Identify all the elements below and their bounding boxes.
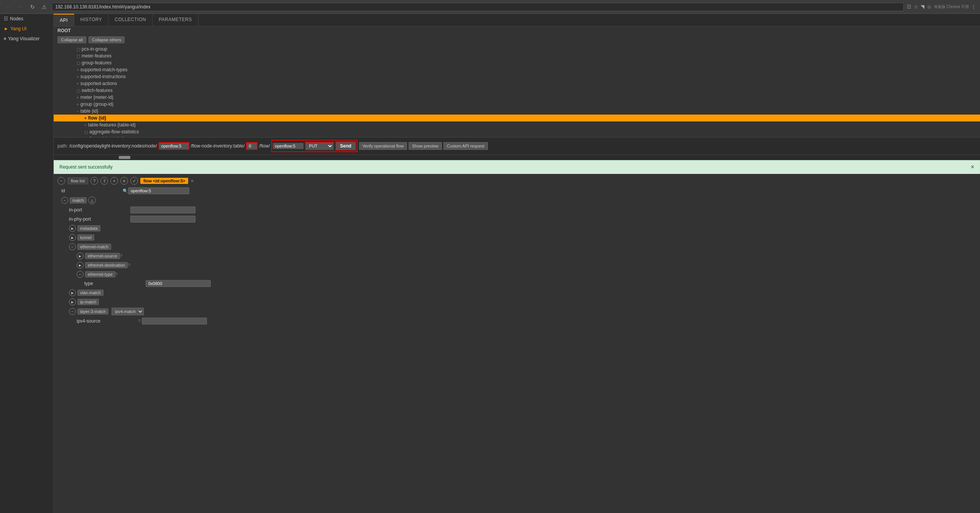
ip-match-row: ► ip-match bbox=[54, 297, 980, 306]
success-banner: Request sent successfully × bbox=[54, 160, 980, 174]
root-label: ROOT bbox=[54, 26, 980, 35]
file-icon: ▢ bbox=[77, 61, 80, 65]
ethernet-type-toggle[interactable]: − bbox=[77, 271, 84, 278]
metadata-toggle[interactable]: ► bbox=[69, 225, 76, 232]
tree-item[interactable]: + supported-match-types bbox=[54, 66, 980, 73]
collapse-flow-button[interactable]: − bbox=[57, 177, 65, 185]
vlan-match-tag[interactable]: vlan-match bbox=[77, 290, 103, 296]
add-button-flow[interactable]: + bbox=[110, 177, 118, 185]
close-flow-button[interactable]: × bbox=[190, 178, 194, 184]
tree-item[interactable]: ▢ aggregate-flow-statistics bbox=[54, 128, 980, 135]
collapse-all-button[interactable]: Collapse all bbox=[57, 36, 86, 43]
metadata-tag[interactable]: metadata bbox=[77, 225, 100, 231]
id-label: id bbox=[61, 188, 123, 193]
url-bar[interactable] bbox=[52, 3, 904, 11]
arrow-icon: ► bbox=[4, 26, 8, 31]
ethernet-source-row: ► ethernet-source ? bbox=[54, 251, 980, 261]
forward-button[interactable]: → bbox=[16, 3, 25, 11]
send-button[interactable]: Send bbox=[335, 141, 356, 151]
sidebar-item-yangui[interactable]: ► Yang UI bbox=[0, 24, 53, 34]
tree-item[interactable]: + table-features {table-id} bbox=[54, 121, 980, 128]
ethernet-source-tag[interactable]: ethernet-source bbox=[85, 253, 120, 259]
ethernet-type-tag[interactable]: ethernet-type bbox=[85, 271, 115, 277]
up-button-flow[interactable]: ⇧ bbox=[100, 177, 108, 185]
ethernet-match-tag[interactable]: ethernet-match bbox=[77, 244, 111, 250]
flow-input[interactable] bbox=[273, 143, 304, 149]
match-toggle[interactable]: − bbox=[61, 197, 68, 204]
metadata-row: ► metadata bbox=[54, 224, 980, 233]
sidebar: ☷ Nodes ► Yang UI Yang Visualizer bbox=[0, 14, 54, 513]
in-phy-port-input[interactable] bbox=[130, 216, 195, 223]
in-port-input[interactable] bbox=[130, 207, 195, 213]
search-icon[interactable]: 🔍 bbox=[123, 188, 128, 193]
layer-3-match-select[interactable]: ipv4-match ipv6-match arp-match bbox=[112, 308, 144, 315]
tree-item[interactable]: + meter {meter-id} bbox=[54, 94, 980, 101]
id-input[interactable] bbox=[128, 187, 189, 194]
ethernet-destination-help[interactable]: ? bbox=[128, 263, 130, 267]
table-input[interactable] bbox=[246, 142, 258, 150]
path-group: PUT GET POST DELETE Send bbox=[271, 140, 357, 152]
tab-collection[interactable]: COLLECTION bbox=[108, 14, 153, 26]
match-info-button[interactable]: △ bbox=[88, 197, 96, 204]
back-button[interactable]: ← bbox=[4, 3, 13, 11]
tree-item-flow[interactable]: + flow {id} bbox=[54, 115, 980, 121]
ipv4-source-help[interactable]: ? bbox=[138, 319, 140, 323]
tab-parameters[interactable]: PARAMETERS bbox=[153, 14, 199, 26]
sidebar-item-nodes[interactable]: ☷ Nodes bbox=[0, 14, 53, 24]
tab-bar: API HISTORY COLLECTION PARAMETERS bbox=[54, 14, 980, 26]
match-tag[interactable]: match bbox=[70, 197, 87, 203]
ethernet-source-help[interactable]: ? bbox=[120, 254, 122, 258]
collapse-others-button[interactable]: Collapse others bbox=[89, 36, 125, 43]
plus-icon: + bbox=[77, 102, 79, 107]
help-button-flow[interactable]: ? bbox=[90, 177, 98, 185]
file-icon: ▢ bbox=[84, 130, 88, 134]
sidebar-visualizer-label: Yang Visualizer bbox=[8, 36, 39, 41]
in-port-label: in-port bbox=[69, 207, 130, 213]
file-icon: ▢ bbox=[77, 47, 80, 51]
tunnel-tag[interactable]: tunnel bbox=[77, 234, 94, 241]
ip-match-toggle[interactable]: ► bbox=[69, 298, 76, 305]
plus-icon: + bbox=[77, 82, 79, 86]
tree-item[interactable]: ▢ pcs-in-group bbox=[54, 46, 980, 52]
preview-button[interactable]: Show preview bbox=[409, 142, 442, 150]
layer-3-match-toggle[interactable]: − bbox=[69, 308, 76, 315]
file-icon: ▢ bbox=[77, 89, 80, 93]
tree-item[interactable]: + supported-instructions bbox=[54, 73, 980, 80]
vlan-match-row: ► vlan-match bbox=[54, 288, 980, 297]
tab-api[interactable]: API bbox=[54, 14, 74, 26]
tunnel-toggle[interactable]: ► bbox=[69, 234, 76, 241]
flow-list-button[interactable]: flow list bbox=[67, 177, 88, 184]
security-button[interactable]: ⚠ bbox=[40, 3, 49, 11]
type-input[interactable] bbox=[146, 280, 211, 287]
bookmark-icon: ☆ bbox=[914, 4, 918, 10]
layer-3-match-tag[interactable]: layer-3-match bbox=[77, 308, 108, 315]
custom-api-button[interactable]: Custom API request bbox=[443, 142, 488, 150]
tree-item[interactable]: ▢ group-features bbox=[54, 59, 980, 66]
vlan-match-toggle[interactable]: ► bbox=[69, 289, 76, 296]
ethernet-type-help[interactable]: ? bbox=[115, 272, 118, 277]
method-select[interactable]: PUT GET POST DELETE bbox=[305, 142, 334, 150]
path-bar: path: /config/opendaylight-inventory:nod… bbox=[54, 138, 980, 155]
tab-history[interactable]: HISTORY bbox=[74, 14, 108, 26]
tree-item[interactable]: − table {id} bbox=[54, 108, 980, 115]
tree-item[interactable]: + group {group-id} bbox=[54, 101, 980, 108]
in-phy-port-row: in-phy-port bbox=[54, 215, 980, 224]
reload-button[interactable]: ↻ bbox=[28, 3, 37, 11]
ethernet-destination-toggle[interactable]: ► bbox=[77, 262, 84, 269]
check-button-flow[interactable]: ✓ bbox=[130, 177, 138, 185]
tree-item[interactable]: ▢ meter-features bbox=[54, 52, 980, 59]
in-phy-port-label: in-phy-port bbox=[69, 216, 130, 222]
list-button-flow[interactable]: ≡ bbox=[120, 177, 128, 185]
ethernet-destination-tag[interactable]: ethernet-destination bbox=[85, 262, 128, 268]
success-close-button[interactable]: × bbox=[971, 164, 974, 170]
ipv4-source-input[interactable] bbox=[142, 318, 207, 325]
ethernet-match-toggle[interactable]: − bbox=[69, 243, 76, 250]
ethernet-source-toggle[interactable]: ► bbox=[77, 252, 84, 259]
node-input[interactable] bbox=[159, 142, 189, 150]
tree-item[interactable]: ▢ switch-features bbox=[54, 87, 980, 94]
tree-item[interactable]: + supported-actions bbox=[54, 80, 980, 87]
verify-button[interactable]: Verify operational flow bbox=[359, 142, 407, 150]
ip-match-tag[interactable]: ip-match bbox=[77, 299, 99, 305]
sidebar-item-visualizer[interactable]: Yang Visualizer bbox=[0, 34, 53, 44]
ethernet-match-row: − ethernet-match bbox=[54, 242, 980, 251]
